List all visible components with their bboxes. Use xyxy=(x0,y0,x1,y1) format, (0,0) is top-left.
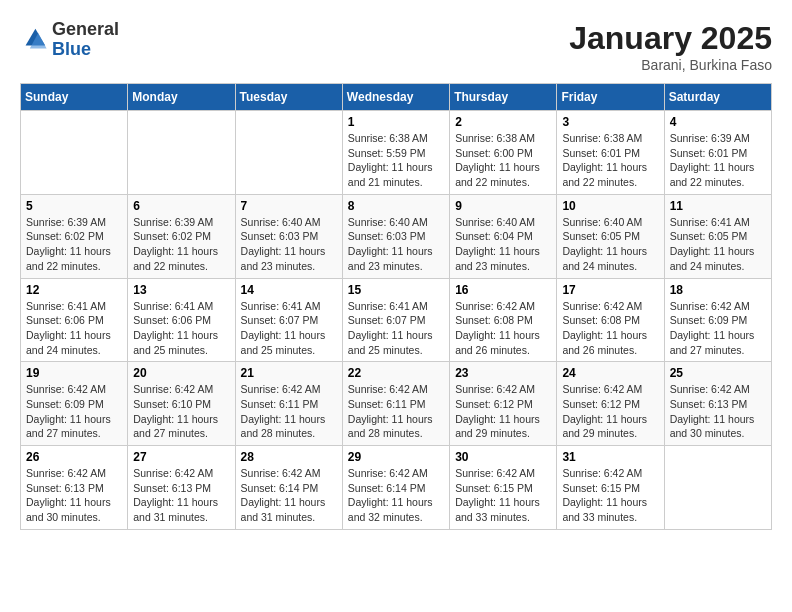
calendar-cell: 25Sunrise: 6:42 AMSunset: 6:13 PMDayligh… xyxy=(664,362,771,446)
day-info: Sunrise: 6:42 AMSunset: 6:14 PMDaylight:… xyxy=(241,466,337,525)
day-info: Sunrise: 6:42 AMSunset: 6:12 PMDaylight:… xyxy=(562,382,658,441)
day-info: Sunrise: 6:40 AMSunset: 6:04 PMDaylight:… xyxy=(455,215,551,274)
calendar-cell: 2Sunrise: 6:38 AMSunset: 6:00 PMDaylight… xyxy=(450,111,557,195)
day-info: Sunrise: 6:41 AMSunset: 6:06 PMDaylight:… xyxy=(133,299,229,358)
day-number: 8 xyxy=(348,199,444,213)
day-info: Sunrise: 6:42 AMSunset: 6:13 PMDaylight:… xyxy=(670,382,766,441)
calendar-week-3: 12Sunrise: 6:41 AMSunset: 6:06 PMDayligh… xyxy=(21,278,772,362)
day-number: 19 xyxy=(26,366,122,380)
calendar-cell: 23Sunrise: 6:42 AMSunset: 6:12 PMDayligh… xyxy=(450,362,557,446)
calendar-week-2: 5Sunrise: 6:39 AMSunset: 6:02 PMDaylight… xyxy=(21,194,772,278)
day-info: Sunrise: 6:42 AMSunset: 6:15 PMDaylight:… xyxy=(562,466,658,525)
month-title: January 2025 xyxy=(569,20,772,57)
day-number: 14 xyxy=(241,283,337,297)
calendar-cell: 27Sunrise: 6:42 AMSunset: 6:13 PMDayligh… xyxy=(128,446,235,530)
calendar-cell: 4Sunrise: 6:39 AMSunset: 6:01 PMDaylight… xyxy=(664,111,771,195)
day-info: Sunrise: 6:40 AMSunset: 6:03 PMDaylight:… xyxy=(241,215,337,274)
day-number: 27 xyxy=(133,450,229,464)
calendar-week-1: 1Sunrise: 6:38 AMSunset: 5:59 PMDaylight… xyxy=(21,111,772,195)
day-number: 22 xyxy=(348,366,444,380)
day-number: 18 xyxy=(670,283,766,297)
calendar-week-4: 19Sunrise: 6:42 AMSunset: 6:09 PMDayligh… xyxy=(21,362,772,446)
weekday-header-monday: Monday xyxy=(128,84,235,111)
day-info: Sunrise: 6:39 AMSunset: 6:02 PMDaylight:… xyxy=(26,215,122,274)
day-number: 24 xyxy=(562,366,658,380)
day-info: Sunrise: 6:42 AMSunset: 6:12 PMDaylight:… xyxy=(455,382,551,441)
location-subtitle: Barani, Burkina Faso xyxy=(569,57,772,73)
calendar-cell: 15Sunrise: 6:41 AMSunset: 6:07 PMDayligh… xyxy=(342,278,449,362)
calendar-cell: 29Sunrise: 6:42 AMSunset: 6:14 PMDayligh… xyxy=(342,446,449,530)
day-info: Sunrise: 6:42 AMSunset: 6:09 PMDaylight:… xyxy=(26,382,122,441)
day-number: 17 xyxy=(562,283,658,297)
calendar-cell: 22Sunrise: 6:42 AMSunset: 6:11 PMDayligh… xyxy=(342,362,449,446)
day-number: 15 xyxy=(348,283,444,297)
day-number: 4 xyxy=(670,115,766,129)
day-info: Sunrise: 6:39 AMSunset: 6:01 PMDaylight:… xyxy=(670,131,766,190)
day-number: 12 xyxy=(26,283,122,297)
weekday-header-tuesday: Tuesday xyxy=(235,84,342,111)
weekday-header-saturday: Saturday xyxy=(664,84,771,111)
day-number: 21 xyxy=(241,366,337,380)
day-number: 3 xyxy=(562,115,658,129)
calendar-cell: 19Sunrise: 6:42 AMSunset: 6:09 PMDayligh… xyxy=(21,362,128,446)
calendar-cell: 26Sunrise: 6:42 AMSunset: 6:13 PMDayligh… xyxy=(21,446,128,530)
day-number: 7 xyxy=(241,199,337,213)
calendar-cell: 3Sunrise: 6:38 AMSunset: 6:01 PMDaylight… xyxy=(557,111,664,195)
calendar-cell: 21Sunrise: 6:42 AMSunset: 6:11 PMDayligh… xyxy=(235,362,342,446)
day-info: Sunrise: 6:42 AMSunset: 6:14 PMDaylight:… xyxy=(348,466,444,525)
day-info: Sunrise: 6:39 AMSunset: 6:02 PMDaylight:… xyxy=(133,215,229,274)
calendar-cell xyxy=(664,446,771,530)
calendar-cell: 11Sunrise: 6:41 AMSunset: 6:05 PMDayligh… xyxy=(664,194,771,278)
calendar-cell: 10Sunrise: 6:40 AMSunset: 6:05 PMDayligh… xyxy=(557,194,664,278)
day-number: 10 xyxy=(562,199,658,213)
day-number: 6 xyxy=(133,199,229,213)
calendar-header-row: SundayMondayTuesdayWednesdayThursdayFrid… xyxy=(21,84,772,111)
day-number: 11 xyxy=(670,199,766,213)
calendar-cell: 12Sunrise: 6:41 AMSunset: 6:06 PMDayligh… xyxy=(21,278,128,362)
day-info: Sunrise: 6:42 AMSunset: 6:08 PMDaylight:… xyxy=(562,299,658,358)
weekday-header-wednesday: Wednesday xyxy=(342,84,449,111)
day-info: Sunrise: 6:41 AMSunset: 6:07 PMDaylight:… xyxy=(241,299,337,358)
day-info: Sunrise: 6:42 AMSunset: 6:09 PMDaylight:… xyxy=(670,299,766,358)
calendar-cell: 14Sunrise: 6:41 AMSunset: 6:07 PMDayligh… xyxy=(235,278,342,362)
day-info: Sunrise: 6:42 AMSunset: 6:10 PMDaylight:… xyxy=(133,382,229,441)
day-number: 28 xyxy=(241,450,337,464)
calendar-cell: 13Sunrise: 6:41 AMSunset: 6:06 PMDayligh… xyxy=(128,278,235,362)
calendar-cell: 5Sunrise: 6:39 AMSunset: 6:02 PMDaylight… xyxy=(21,194,128,278)
day-number: 13 xyxy=(133,283,229,297)
day-number: 31 xyxy=(562,450,658,464)
calendar-cell: 1Sunrise: 6:38 AMSunset: 5:59 PMDaylight… xyxy=(342,111,449,195)
day-info: Sunrise: 6:38 AMSunset: 5:59 PMDaylight:… xyxy=(348,131,444,190)
calendar-cell: 31Sunrise: 6:42 AMSunset: 6:15 PMDayligh… xyxy=(557,446,664,530)
day-info: Sunrise: 6:42 AMSunset: 6:13 PMDaylight:… xyxy=(26,466,122,525)
calendar-cell: 6Sunrise: 6:39 AMSunset: 6:02 PMDaylight… xyxy=(128,194,235,278)
title-area: January 2025 Barani, Burkina Faso xyxy=(569,20,772,73)
calendar-cell xyxy=(21,111,128,195)
calendar-cell: 28Sunrise: 6:42 AMSunset: 6:14 PMDayligh… xyxy=(235,446,342,530)
day-info: Sunrise: 6:41 AMSunset: 6:06 PMDaylight:… xyxy=(26,299,122,358)
weekday-header-sunday: Sunday xyxy=(21,84,128,111)
day-info: Sunrise: 6:42 AMSunset: 6:11 PMDaylight:… xyxy=(348,382,444,441)
day-number: 9 xyxy=(455,199,551,213)
calendar-cell: 8Sunrise: 6:40 AMSunset: 6:03 PMDaylight… xyxy=(342,194,449,278)
day-info: Sunrise: 6:42 AMSunset: 6:08 PMDaylight:… xyxy=(455,299,551,358)
calendar-cell: 16Sunrise: 6:42 AMSunset: 6:08 PMDayligh… xyxy=(450,278,557,362)
calendar-cell: 24Sunrise: 6:42 AMSunset: 6:12 PMDayligh… xyxy=(557,362,664,446)
calendar-week-5: 26Sunrise: 6:42 AMSunset: 6:13 PMDayligh… xyxy=(21,446,772,530)
page-header: General Blue January 2025 Barani, Burkin… xyxy=(20,20,772,73)
day-info: Sunrise: 6:38 AMSunset: 6:00 PMDaylight:… xyxy=(455,131,551,190)
logo: General Blue xyxy=(20,20,119,60)
calendar-cell xyxy=(128,111,235,195)
calendar-cell: 20Sunrise: 6:42 AMSunset: 6:10 PMDayligh… xyxy=(128,362,235,446)
day-number: 2 xyxy=(455,115,551,129)
day-number: 25 xyxy=(670,366,766,380)
day-number: 26 xyxy=(26,450,122,464)
day-info: Sunrise: 6:40 AMSunset: 6:03 PMDaylight:… xyxy=(348,215,444,274)
calendar-cell xyxy=(235,111,342,195)
calendar-cell: 30Sunrise: 6:42 AMSunset: 6:15 PMDayligh… xyxy=(450,446,557,530)
calendar-cell: 18Sunrise: 6:42 AMSunset: 6:09 PMDayligh… xyxy=(664,278,771,362)
calendar-cell: 7Sunrise: 6:40 AMSunset: 6:03 PMDaylight… xyxy=(235,194,342,278)
day-info: Sunrise: 6:41 AMSunset: 6:05 PMDaylight:… xyxy=(670,215,766,274)
calendar-cell: 17Sunrise: 6:42 AMSunset: 6:08 PMDayligh… xyxy=(557,278,664,362)
day-info: Sunrise: 6:38 AMSunset: 6:01 PMDaylight:… xyxy=(562,131,658,190)
